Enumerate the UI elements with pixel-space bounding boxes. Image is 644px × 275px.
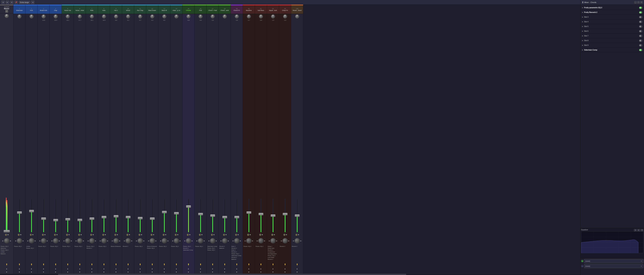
arrow-up-ch22[interactable]: ▲: [272, 268, 274, 270]
pan-left-ch1[interactable]: ◄: [15, 240, 16, 242]
pan-knob-ch21[interactable]: [258, 238, 264, 243]
effect-item[interactable]: Param. EQ 2: [134, 245, 146, 247]
pan-knob-ch9[interactable]: [113, 238, 119, 243]
knob-ch7[interactable]: [90, 15, 94, 19]
back-btn[interactable]: ◄: [1, 1, 5, 4]
arrow-down-ch21[interactable]: ▼: [260, 271, 262, 273]
knob-ch15[interactable]: [186, 15, 190, 19]
send-btn-ch21[interactable]: ⬆: [260, 263, 262, 266]
knob-ch13[interactable]: [162, 15, 166, 19]
power-btn-ch14[interactable]: ⏻: [174, 233, 177, 236]
arrow-up-ch23[interactable]: ▲: [284, 268, 286, 270]
pan-right-ch4[interactable]: ►: [59, 240, 60, 242]
pan-knob-ch14[interactable]: [174, 238, 179, 243]
arrow-up-ch3[interactable]: ▲: [43, 268, 44, 270]
effect-item[interactable]: Maximus: [0, 247, 13, 249]
arrow-down-ch19[interactable]: ▼: [236, 271, 238, 273]
win-close[interactable]: ✕: [640, 1, 643, 4]
add-btn[interactable]: ⊕: [10, 1, 14, 4]
arrow-up-ch1[interactable]: ▲: [18, 268, 20, 270]
fx-slot-8[interactable]: ▶Slot 8: [581, 38, 643, 43]
arrow-down-ch8[interactable]: ▼: [103, 271, 105, 273]
pan-right-ch21[interactable]: ►: [264, 240, 266, 242]
fader-handle-ch23[interactable]: [283, 213, 288, 215]
pan-left-ch19[interactable]: ◄: [232, 240, 234, 242]
pan-knob-ch15[interactable]: [186, 238, 191, 243]
pan-knob-ch125[interactable]: [294, 238, 300, 243]
pan-knob-ch18[interactable]: [222, 238, 228, 243]
power-btn-ch20[interactable]: ⏻: [247, 233, 250, 236]
pin-btn[interactable]: 📌: [14, 1, 18, 4]
fx-slot-3[interactable]: ▶Slot 3: [581, 15, 643, 20]
pan-left-ch5[interactable]: ◄: [63, 240, 65, 242]
arrow-up-ch20[interactable]: ▲: [248, 268, 250, 270]
fader-handle-ch2[interactable]: [29, 210, 34, 212]
knob-ch10[interactable]: [126, 15, 130, 19]
send2-toggle[interactable]: ●: [581, 265, 584, 267]
pan-left-ch12[interactable]: ◄: [148, 240, 149, 242]
fader-handle-ch3[interactable]: [41, 217, 46, 220]
power-btn-ch9[interactable]: ⏻: [114, 233, 116, 236]
effect-item[interactable]: Soundgoodizer: [267, 253, 278, 255]
power-btn-ch5[interactable]: ⏻: [66, 233, 68, 236]
arrow-up-ch7[interactable]: ▲: [91, 268, 93, 270]
fx-slot-10[interactable]: ▶Sidechain Comp: [581, 48, 643, 52]
win-maximize[interactable]: □: [637, 1, 640, 4]
arrow-up-ch19[interactable]: ▲: [236, 268, 238, 270]
effect-item[interactable]: Param. EQ 2: [231, 253, 242, 255]
arrow-up-ch13[interactable]: ▲: [164, 268, 165, 270]
arrow-up[interactable]: ▲: [6, 268, 8, 270]
pan-left-ch3[interactable]: ◄: [39, 240, 40, 242]
effect-item[interactable]: Reverb 2: [219, 245, 230, 247]
eq-next[interactable]: ►: [637, 229, 640, 231]
pan-right-ch5[interactable]: ►: [71, 240, 72, 242]
pan-right-ch3[interactable]: ►: [46, 240, 48, 242]
pan-knob-ch19[interactable]: [234, 238, 240, 243]
send-btn-ch16[interactable]: ⬆: [200, 263, 202, 266]
knob-ch125[interactable]: [295, 15, 299, 19]
knob-ch6[interactable]: [78, 15, 82, 19]
effect-item[interactable]: Param. EQ 2: [207, 249, 218, 251]
effect-item[interactable]: Param. EQ 2: [159, 245, 170, 247]
pan-knob-ch22[interactable]: [270, 238, 276, 243]
pan-right-ch20[interactable]: ►: [252, 240, 254, 242]
arrow-up-ch5[interactable]: ▲: [67, 268, 68, 270]
arrow-down-ch11[interactable]: ▼: [139, 271, 141, 273]
send1-toggle[interactable]: ●: [581, 260, 584, 262]
pan-right-ch14[interactable]: ►: [180, 240, 181, 242]
fader-handle-ch4[interactable]: [53, 219, 58, 221]
pan-knob-ch11[interactable]: [138, 238, 143, 243]
fader-handle-ch5[interactable]: [66, 218, 70, 220]
power-btn-ch7[interactable]: ⏻: [90, 233, 92, 236]
power-btn-ch3[interactable]: ⏻: [42, 233, 44, 236]
effect-item[interactable]: Param. EQ 2: [86, 245, 98, 247]
fx-slot-toggle-9[interactable]: [639, 44, 642, 47]
pan-knob-ch20[interactable]: [246, 238, 252, 243]
fader-handle-ch7[interactable]: [90, 217, 94, 220]
power-btn-ch6[interactable]: ⏻: [78, 233, 80, 236]
pan-right-ch2[interactable]: ►: [34, 240, 36, 242]
pan-left-ch18[interactable]: ◄: [220, 240, 222, 242]
arrow-down-ch6[interactable]: ▼: [79, 271, 81, 273]
arrow-up-ch14[interactable]: ▲: [176, 268, 177, 270]
pan-left-ch125[interactable]: ◄: [292, 240, 294, 242]
arrow-down-ch13[interactable]: ▼: [164, 271, 165, 273]
effect-item[interactable]: Low Philter: [267, 256, 278, 258]
effect-item[interactable]: Param. EQ 2: [171, 245, 182, 247]
effect-item[interactable]: Sidechain Comp: [231, 255, 242, 256]
pan-right-ch22[interactable]: ►: [276, 240, 278, 242]
effect-item[interactable]: Param. EQ 2: [255, 245, 266, 247]
pan-right-ch19[interactable]: ►: [240, 240, 242, 242]
knob-ch4[interactable]: [54, 15, 58, 19]
arrow-down-ch14[interactable]: ▼: [176, 271, 177, 273]
pan-left-ch23[interactable]: ◄: [280, 240, 282, 242]
current-pan-knob[interactable]: [4, 238, 10, 243]
eq-settings[interactable]: ⚙: [641, 229, 643, 231]
pan-left-ch4[interactable]: ◄: [51, 240, 53, 242]
power-btn-ch21[interactable]: ⏻: [259, 233, 262, 236]
pan-knob-ch3[interactable]: [41, 238, 46, 243]
pan-knob-ch6[interactable]: [77, 238, 82, 243]
power-btn-ch10[interactable]: ⏻: [126, 233, 129, 236]
effect-item[interactable]: Limiter: [26, 245, 37, 247]
pan-right-ch17[interactable]: ►: [216, 240, 217, 242]
